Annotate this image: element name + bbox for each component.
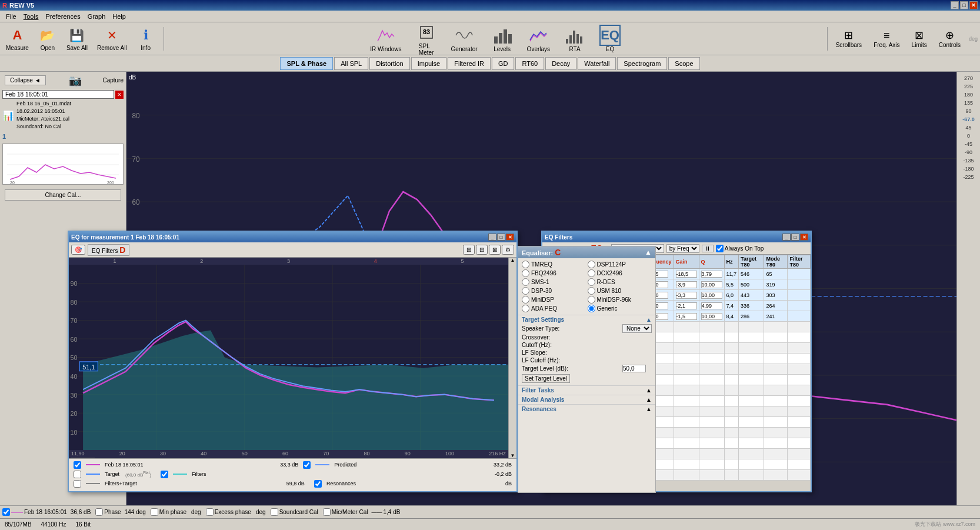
- tab-decay[interactable]: Decay: [545, 57, 576, 70]
- menu-preferences[interactable]: Preferences: [42, 12, 84, 21]
- eq-tmreq[interactable]: TMREQ: [522, 261, 586, 268]
- close-button[interactable]: ✕: [969, 1, 978, 9]
- overlays-button[interactable]: Overlays: [522, 24, 555, 54]
- eq-dcx2496[interactable]: DCX2496: [588, 269, 652, 277]
- eq-minimize-button[interactable]: _: [488, 234, 496, 241]
- eq-freq-input[interactable]: [71, 458, 95, 458]
- eq-filters-title-bar[interactable]: EQ Filters _ □ ✕: [542, 232, 811, 242]
- set-target-level-button[interactable]: Set Target Level: [522, 374, 570, 383]
- soundcard-cal-checkbox[interactable]: [271, 508, 278, 516]
- menu-tools[interactable]: Tools: [20, 12, 42, 21]
- menu-graph[interactable]: Graph: [84, 12, 109, 21]
- eq-layout-1-button[interactable]: ⊞: [463, 245, 475, 255]
- filter-tasks-expand[interactable]: ▲: [646, 387, 652, 394]
- eq-eyedropper-button[interactable]: 🎯: [71, 245, 85, 255]
- legend-resonances-checkbox[interactable]: [314, 480, 322, 488]
- controls-button[interactable]: ⊕ Controls: [935, 28, 964, 49]
- save-all-button[interactable]: 💾 Save All: [63, 25, 91, 52]
- collapse-button[interactable]: Collapse ◄: [5, 75, 46, 85]
- legend-filters-checkbox[interactable]: [161, 471, 168, 478]
- legend-predicted-checkbox[interactable]: [303, 461, 311, 469]
- eq-generic[interactable]: Generic: [588, 305, 652, 312]
- eq-usm810[interactable]: USM 810: [588, 287, 652, 295]
- always-on-top-checkbox[interactable]: [716, 245, 724, 252]
- tab-distortion[interactable]: Distortion: [369, 57, 409, 70]
- filter-gain-input[interactable]: [676, 281, 697, 288]
- scrollbars-button[interactable]: ⊞ Scrollbars: [832, 28, 865, 49]
- open-button[interactable]: 📂 Open: [35, 25, 61, 52]
- remove-all-button[interactable]: ✕ Remove All: [94, 25, 131, 52]
- tab-all-spl[interactable]: All SPL: [334, 57, 368, 70]
- eq-adapeq[interactable]: ADA PEQ: [522, 305, 586, 312]
- phase-checkbox[interactable]: [95, 508, 103, 516]
- eq-filters-maximize-button[interactable]: □: [791, 234, 799, 241]
- resonances-expand[interactable]: ▲: [646, 406, 652, 412]
- eq-sms1[interactable]: SMS-1: [522, 278, 586, 286]
- eq-title-bar[interactable]: EQ for measurement 1 Feb 18 16:05:01 _ □…: [69, 232, 516, 242]
- target-level-input[interactable]: [622, 365, 646, 372]
- meas-checkbox[interactable]: [2, 508, 10, 516]
- filter-gain-input[interactable]: [676, 313, 697, 320]
- tab-scope[interactable]: Scope: [668, 57, 699, 70]
- legend-target-checkbox[interactable]: [74, 471, 81, 478]
- menu-file[interactable]: File: [2, 12, 20, 21]
- min-phase-checkbox[interactable]: [151, 508, 158, 516]
- eq-minidsp[interactable]: MiniDSP: [522, 296, 586, 304]
- tab-spl-phase[interactable]: SPL & Phase: [280, 57, 333, 70]
- tab-impulse[interactable]: Impulse: [411, 57, 447, 70]
- spl-meter-button[interactable]: 83 SPLMeter: [411, 21, 442, 57]
- eq-button[interactable]: EQ EQ: [595, 24, 625, 54]
- eq-fbq2496[interactable]: FBQ2496: [522, 269, 586, 277]
- ir-windows-button[interactable]: IR Windows: [365, 24, 406, 54]
- limits-button[interactable]: ⊠ Limits: [908, 28, 931, 49]
- rta-button[interactable]: RTA: [559, 24, 590, 54]
- filter-gain-input[interactable]: [676, 271, 697, 278]
- tab-filtered-ir[interactable]: Filtered IR: [448, 57, 491, 70]
- maximize-button[interactable]: □: [960, 1, 968, 9]
- eq-panel-close[interactable]: ▲: [645, 248, 652, 256]
- mic-cal-checkbox[interactable]: [323, 508, 331, 516]
- eq-settings-button[interactable]: ⚙: [502, 245, 514, 255]
- eq-r-des[interactable]: R-DES: [588, 278, 652, 286]
- sort-by-select[interactable]: by Freq: [666, 244, 699, 253]
- eq-close-button[interactable]: ✕: [506, 234, 514, 241]
- tab-rt60[interactable]: RT60: [515, 57, 544, 70]
- filter-q-input[interactable]: [701, 313, 722, 320]
- filter-q-input[interactable]: [701, 302, 722, 309]
- excess-phase-checkbox[interactable]: [206, 508, 214, 516]
- eq-dsp30[interactable]: DSP-30: [522, 287, 586, 295]
- tab-spectrogram[interactable]: Spectrogram: [617, 57, 667, 70]
- eq-scrollbar[interactable]: ▲ ▼: [508, 258, 516, 458]
- eq-expand-button[interactable]: ⊠: [489, 245, 501, 255]
- eq-maximize-button[interactable]: □: [497, 234, 505, 241]
- eq-minidsp96k[interactable]: MiniDSP-96k: [588, 296, 652, 304]
- minimize-button[interactable]: _: [951, 1, 959, 9]
- remove-measurement-button[interactable]: ✕: [115, 91, 124, 99]
- filter-gain-input[interactable]: [676, 302, 697, 309]
- filter-q-input[interactable]: [701, 271, 722, 278]
- filter-q-input[interactable]: [701, 281, 722, 288]
- freq-axis-button[interactable]: ≡ Freq. Axis: [870, 28, 903, 49]
- measure-button[interactable]: A Measure: [2, 25, 32, 52]
- eq-layout-2-button[interactable]: ⊟: [476, 245, 488, 255]
- measurement-date-input[interactable]: [2, 90, 114, 99]
- tab-gd[interactable]: GD: [492, 57, 515, 70]
- filter-q-input[interactable]: [701, 292, 722, 299]
- eq-filters-close-button[interactable]: ✕: [800, 234, 808, 241]
- change-cal-button[interactable]: Change Cal...: [5, 189, 121, 201]
- speaker-type-select[interactable]: None: [622, 324, 652, 333]
- generator-button[interactable]: Generator: [446, 24, 482, 54]
- menu-help[interactable]: Help: [109, 12, 129, 21]
- levels-button[interactable]: Levels: [487, 24, 518, 54]
- legend-meas-checkbox[interactable]: [74, 461, 81, 469]
- eq-filters-minimize-button[interactable]: _: [782, 234, 791, 241]
- eq-dsp1124p[interactable]: DSP1124P: [588, 261, 652, 268]
- target-settings-collapse[interactable]: ▲: [646, 316, 652, 323]
- legend-ft-checkbox[interactable]: [74, 480, 81, 488]
- filter-pause-button[interactable]: ⏸: [702, 245, 714, 252]
- filter-t80-mode-cell: [764, 438, 788, 449]
- filter-gain-input[interactable]: [676, 292, 697, 299]
- tab-waterfall[interactable]: Waterfall: [578, 57, 616, 70]
- info-button[interactable]: ℹ Info: [133, 25, 159, 52]
- modal-analysis-expand[interactable]: ▲: [646, 396, 652, 403]
